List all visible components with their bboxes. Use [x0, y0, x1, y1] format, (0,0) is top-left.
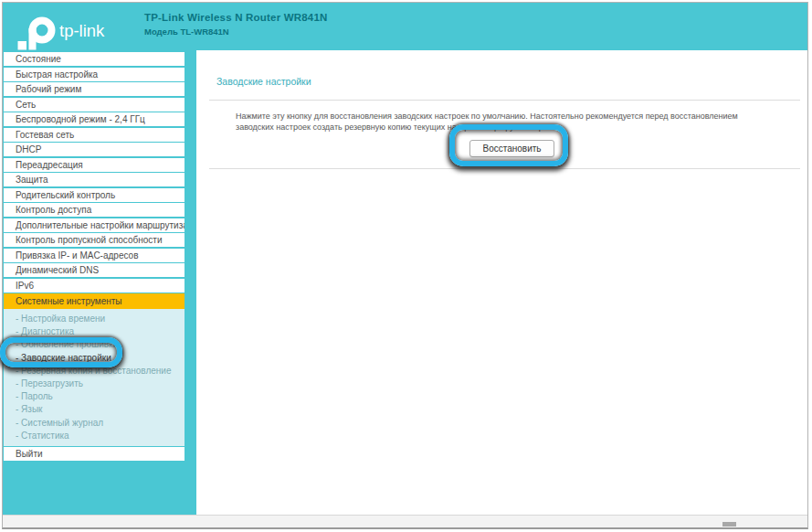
- header-titles: TP-Link Wireless N Router WR841N Модель …: [144, 12, 328, 50]
- sidebar-main-items: СостояниеБыстрая настройкаРабочий режимС…: [3, 52, 196, 293]
- sidebar-item-security[interactable]: Защита: [4, 173, 185, 186]
- submenu-item-reboot[interactable]: - Перезагрузить: [4, 378, 185, 390]
- sidebar-item-system-tools[interactable]: Системные инструменты: [4, 293, 185, 309]
- divider: [209, 168, 800, 169]
- button-row: Восстановить: [196, 139, 807, 157]
- submenu-item-backup-restore[interactable]: - Резервная копия и восстановление: [4, 365, 185, 378]
- router-admin-page: tp-link TP-Link Wireless N Router WR841N…: [0, 0, 812, 532]
- main-row: СостояниеБыстрая настройкаРабочий режимС…: [3, 50, 807, 516]
- logo-text: tp-link: [59, 21, 105, 40]
- sidebar-item-guest-network[interactable]: Гостевая сеть: [4, 128, 185, 142]
- sidebar-item-advanced-routing[interactable]: Дополнительные настройки маршрутизации: [4, 218, 185, 232]
- sidebar-menu: СостояниеБыстрая настройкаРабочий режимС…: [3, 50, 196, 516]
- sidebar-item-ip-mac-binding[interactable]: Привязка IP- и MAC-адресов: [4, 249, 185, 262]
- divider: [209, 100, 800, 101]
- page-title: Заводские настройки: [216, 76, 807, 87]
- sidebar-item-access-control[interactable]: Контроль доступа: [4, 203, 185, 217]
- router-model: Модель TL-WR841N: [144, 27, 328, 37]
- scrollbar-thumb[interactable]: [722, 522, 736, 527]
- tp-link-logo: tp-link: [16, 10, 118, 52]
- content-panel: Заводские настройки Нажмите эту кнопку д…: [196, 50, 807, 516]
- sidebar-item-dhcp[interactable]: DHCP: [4, 143, 185, 156]
- browser-frame: tp-link TP-Link Wireless N Router WR841N…: [2, 2, 808, 529]
- sidebar-item-status[interactable]: Состояние: [4, 52, 185, 66]
- sidebar-item-operation-mode[interactable]: Рабочий режим: [4, 82, 185, 96]
- restore-description: Нажмите эту кнопку для восстановления за…: [236, 112, 770, 133]
- sidebar-item-logout[interactable]: Выйти: [4, 447, 185, 461]
- submenu-item-system-log[interactable]: - Системный журнал: [4, 417, 185, 430]
- sidebar-item-dynamic-dns[interactable]: Динамический DNS: [4, 263, 185, 277]
- router-title: TP-Link Wireless N Router WR841N: [144, 12, 328, 23]
- sidebar-item-network[interactable]: Сеть: [4, 98, 185, 112]
- submenu-item-diagnostics[interactable]: - Диагностика: [4, 325, 185, 338]
- sidebar-item-bandwidth-control[interactable]: Контроль пропускной способности: [4, 233, 185, 247]
- header-bar: tp-link TP-Link Wireless N Router WR841N…: [3, 3, 807, 50]
- submenu-item-factory-defaults[interactable]: - Заводские настройки: [4, 352, 185, 365]
- submenu-item-statistics[interactable]: - Статистика: [4, 430, 185, 442]
- sidebar-item-wireless-24ghz[interactable]: Беспроводной режим - 2,4 ГГц: [4, 112, 185, 126]
- submenu-item-firmware-upgrade[interactable]: - Обновление прошивки: [4, 338, 185, 351]
- sidebar-item-parental-control[interactable]: Родительский контроль: [4, 188, 185, 202]
- submenu-item-time-settings[interactable]: - Настройка времени: [4, 313, 185, 325]
- restore-button[interactable]: Восстановить: [469, 140, 554, 157]
- system-tools-submenu: - Настройка времени- Диагностика- Обновл…: [4, 309, 185, 446]
- horizontal-scrollbar[interactable]: [3, 515, 807, 527]
- submenu-item-password[interactable]: - Пароль: [4, 390, 185, 403]
- submenu-item-language[interactable]: - Язык: [4, 403, 185, 416]
- sidebar-item-quick-setup[interactable]: Быстрая настройка: [4, 68, 185, 81]
- sidebar-item-ipv6[interactable]: IPv6: [4, 279, 185, 293]
- sidebar-item-forwarding[interactable]: Переадресация: [4, 158, 185, 172]
